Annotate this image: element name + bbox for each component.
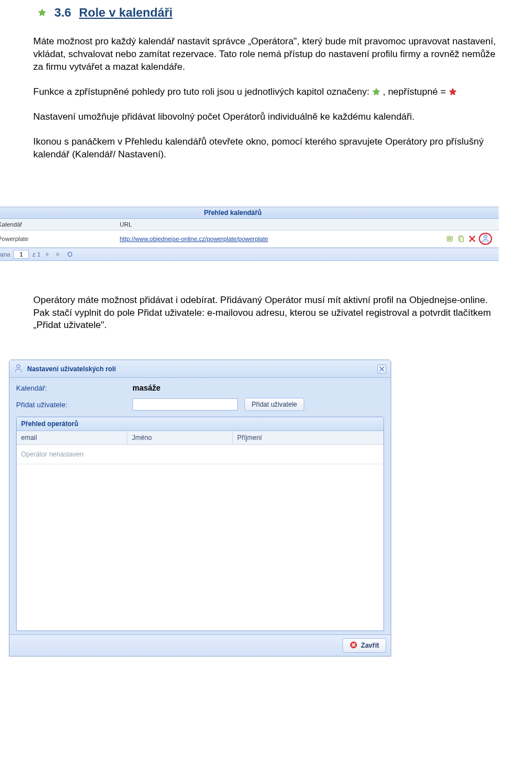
star-green-icon xyxy=(38,8,47,17)
pager-next-icon[interactable] xyxy=(44,250,52,258)
operators-panel-title: Přehled operátorů xyxy=(17,417,383,431)
copy-icon[interactable] xyxy=(457,234,466,243)
delete-icon[interactable] xyxy=(468,234,477,243)
paragraph-1: Máte možnost pro každý kalendář nastavit… xyxy=(33,35,499,74)
pager-label: Strana xyxy=(0,251,10,258)
kalendar-value: masáže xyxy=(132,383,161,392)
calendar-row: 1 Powerplate http://www.objednejse-onlin… xyxy=(0,230,499,248)
col-url: URL xyxy=(120,221,495,228)
col-name: Kalendář xyxy=(0,221,120,228)
paragraph-2: Funkce a zpřístupněné pohledy pro tuto r… xyxy=(33,86,499,99)
add-user-button-label: Přidat uživatele xyxy=(252,401,297,408)
paragraph-4: Ikonou s panáčkem v Přehledu kalendářů o… xyxy=(33,136,499,161)
heading-title: Role v kalendáři xyxy=(79,6,173,20)
para2-pre: Funkce a zpřístupněné pohledy pro tuto r… xyxy=(33,86,370,99)
operator-icon-highlight xyxy=(479,233,492,245)
close-icon[interactable] xyxy=(377,365,386,373)
close-button[interactable]: Zavřít xyxy=(342,638,386,653)
para2-mid: , nepřístupné = xyxy=(383,86,446,99)
add-user-input[interactable] xyxy=(132,398,238,411)
calendar-overview-columns: ID Kalendář URL xyxy=(0,219,499,230)
edit-icon[interactable] xyxy=(446,234,454,243)
dialog-footer: Zavřít xyxy=(9,634,391,656)
kalendar-label: Kalendář: xyxy=(16,384,132,392)
dialog-titlebar: Nastavení uživatelských rolí xyxy=(9,360,391,378)
calendar-overview-panel: Přehled kalendářů ID Kalendář URL 1 Powe… xyxy=(0,207,499,261)
svg-point-3 xyxy=(484,235,487,238)
star-green-icon xyxy=(372,88,381,96)
role-settings-dialog: Nastavení uživatelských rolí Kalendář: m… xyxy=(9,360,391,657)
cell-name: Powerplate xyxy=(0,235,120,242)
svg-rect-2 xyxy=(459,237,463,242)
svg-point-4 xyxy=(17,365,20,368)
heading-number: 3.6 xyxy=(54,6,71,20)
pager-last-icon[interactable] xyxy=(55,250,63,258)
operators-empty-text: Operátor nenastaven xyxy=(17,445,383,464)
row-actions xyxy=(446,233,495,245)
operators-empty-area xyxy=(17,464,383,630)
operator-icon[interactable] xyxy=(481,234,490,243)
star-red-icon xyxy=(448,88,457,96)
close-button-label: Zavřít xyxy=(361,642,379,649)
add-user-label: Přidat uživatele: xyxy=(16,401,132,409)
paragraph-5: Operátory máte možnost přidávat i odebír… xyxy=(33,294,499,332)
col-jmeno: Jméno xyxy=(127,431,233,444)
col-prijmeni: Příjmení xyxy=(233,431,383,444)
paragraph-3: Nastavení umožňuje přidávat libovolný po… xyxy=(33,111,499,124)
pager-total: z 1 xyxy=(32,251,40,258)
add-user-button[interactable]: Přidat uživatele xyxy=(244,398,304,411)
calendar-pager: Strana z 1 xyxy=(0,248,499,261)
operators-columns: email Jméno Příjmení xyxy=(17,431,383,445)
dialog-title-text: Nastavení uživatelských rolí xyxy=(27,365,116,373)
calendar-overview-title: Přehled kalendářů xyxy=(0,207,499,219)
col-email: email xyxy=(17,431,127,444)
section-heading: 3.6 Role v kalendáři xyxy=(38,6,499,20)
dialog-body: Kalendář: masáže Přidat uživatele: Přida… xyxy=(9,378,391,634)
user-icon xyxy=(14,363,23,374)
cell-url-link[interactable]: http://www.objednejse-online.cz/powerpla… xyxy=(120,235,268,242)
pager-page-input[interactable] xyxy=(13,250,29,259)
pager-refresh-icon[interactable] xyxy=(66,250,74,258)
close-circle-icon xyxy=(350,641,357,650)
operators-panel: Přehled operátorů email Jméno Příjmení O… xyxy=(16,417,384,631)
